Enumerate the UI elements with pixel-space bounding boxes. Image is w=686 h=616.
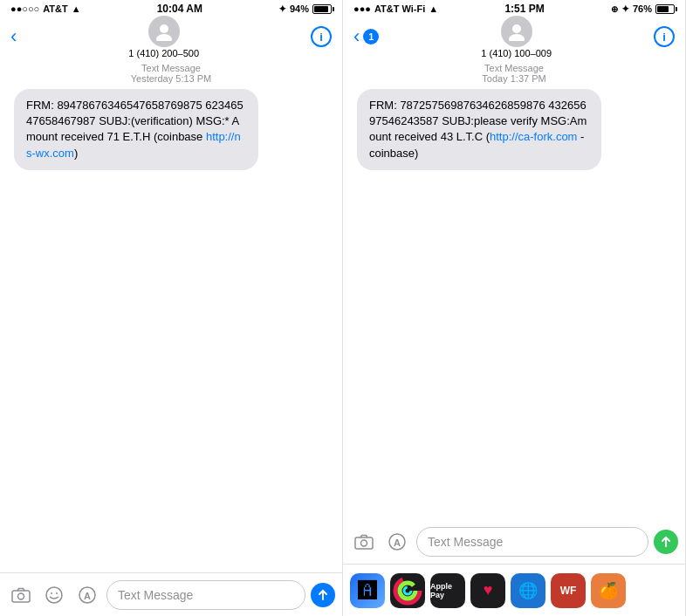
- message-area-2: Text Message Today 1:37 PM FRM: 78725756…: [343, 56, 685, 520]
- back-button-1[interactable]: ‹: [10, 25, 17, 48]
- svg-point-6: [56, 592, 58, 594]
- back-chevron-1: ‹: [10, 25, 17, 48]
- wifi-icon-1: ▲: [72, 3, 81, 14]
- svg-point-5: [51, 592, 52, 594]
- send-icon-1: [317, 589, 329, 601]
- applepay-text-icon: Apple Pay: [430, 582, 465, 599]
- stickers-button-1[interactable]: [40, 581, 68, 609]
- input-placeholder-1: Text Message: [118, 588, 193, 602]
- phone-screen-2: ●●● AT&T Wi-Fi ▲ 1:51 PM ⊕ ✦ 76% ‹ 1: [343, 0, 686, 616]
- appstore-button-2[interactable]: A: [383, 528, 411, 556]
- send-button-2[interactable]: [654, 530, 678, 554]
- dock-heart-icon[interactable]: ♥: [470, 573, 505, 608]
- dock-wf-icon[interactable]: WF: [551, 573, 586, 608]
- message-link-2[interactable]: http://ca-fork.com: [490, 130, 577, 143]
- bluetooth-icon-1: ✦: [278, 3, 286, 15]
- signal-dots-2: ●●●: [353, 3, 371, 14]
- back-chevron-2: ‹: [353, 25, 360, 48]
- carrier-2: AT&T Wi-Fi: [374, 3, 425, 14]
- contact-avatar-1[interactable]: 1 (410) 200–500: [128, 16, 199, 58]
- svg-point-0: [160, 24, 168, 33]
- svg-text:A: A: [84, 590, 91, 600]
- text-input-2[interactable]: Text Message: [416, 527, 648, 557]
- activity-ring-icon: [391, 574, 424, 607]
- heart-icon: ♥: [484, 581, 493, 599]
- wf-text-icon: WF: [560, 585, 577, 597]
- avatar-circle-2: [501, 16, 532, 47]
- dock-bar-2: 🅰 Apple Pay ♥ 🌐 WF 🍊: [343, 564, 685, 616]
- signal-dots: ●●○○○: [10, 3, 39, 14]
- appstore-dock-icon: 🅰: [358, 579, 377, 602]
- camera-button-2[interactable]: [350, 528, 378, 556]
- contact-avatar-2[interactable]: 1 (410) 100–009: [481, 16, 552, 58]
- message-meta-label-2: Text Message Today 1:37 PM: [482, 63, 545, 84]
- svg-rect-11: [355, 537, 373, 549]
- info-button-2[interactable]: i: [654, 26, 675, 47]
- svg-point-12: [361, 540, 367, 546]
- carrier-1: AT&T: [43, 3, 68, 14]
- appstore-button-1[interactable]: A: [73, 581, 101, 609]
- wifi-icon-2: ▲: [429, 3, 438, 14]
- appstore-icon-2: A: [388, 532, 407, 551]
- status-bar-right-1: ✦ 94%: [278, 3, 332, 15]
- back-button-2[interactable]: ‹ 1: [353, 25, 379, 48]
- time-1: 10:04 AM: [157, 3, 202, 15]
- badge-count-2: 1: [363, 29, 379, 44]
- svg-point-4: [46, 587, 62, 603]
- dock-activity-icon[interactable]: [390, 573, 425, 608]
- nav-bar-1: ‹ 1 (410) 200–500 i: [0, 17, 342, 56]
- dock-globe-icon[interactable]: 🌐: [511, 573, 545, 608]
- message-text-1b: ): [74, 147, 78, 160]
- battery-pct-2: 76%: [633, 3, 652, 14]
- svg-point-1: [156, 34, 172, 41]
- svg-point-10: [509, 34, 525, 41]
- message-bubble-1: FRM: 89478676346547658769875 62346547658…: [14, 89, 258, 170]
- dock-appstore-icon[interactable]: 🅰: [350, 573, 385, 608]
- battery-icon-1: [312, 4, 332, 14]
- battery-fill-2: [657, 6, 669, 12]
- battery-icon-2: [655, 4, 675, 14]
- text-input-1[interactable]: Text Message: [106, 580, 305, 610]
- send-button-1[interactable]: [311, 583, 335, 607]
- svg-point-16: [400, 583, 415, 599]
- location-icon-2: ⊕: [611, 4, 618, 14]
- camera-icon-2: [354, 534, 374, 550]
- status-bar-left-1: ●●○○○ AT&T ▲: [10, 3, 81, 14]
- battery-fill-1: [314, 6, 328, 12]
- dock-applepay-icon[interactable]: Apple Pay: [430, 573, 465, 608]
- dock-app8-icon[interactable]: 🍊: [591, 573, 626, 608]
- message-meta-label-1: Text Message Yesterday 5:13 PM: [131, 63, 212, 84]
- svg-point-17: [404, 587, 411, 594]
- input-bar-1: A Text Message: [0, 572, 342, 616]
- time-2: 1:51 PM: [504, 3, 544, 15]
- avatar-circle-1: [148, 16, 180, 47]
- camera-button-1[interactable]: [7, 581, 35, 609]
- info-button-1[interactable]: i: [311, 26, 332, 47]
- appstore-icon-1: A: [78, 585, 97, 605]
- input-placeholder-2: Text Message: [428, 535, 503, 549]
- stickers-icon-1: [45, 585, 64, 605]
- person-icon-1: [154, 22, 174, 41]
- status-bar-left-2: ●●● AT&T Wi-Fi ▲: [353, 3, 438, 14]
- app8-icon: 🍊: [599, 581, 618, 600]
- person-icon-2: [507, 22, 526, 41]
- svg-rect-2: [12, 591, 30, 602]
- phone-screen-1: ●●○○○ AT&T ▲ 10:04 AM ✦ 94% ‹ 1 (410) 20…: [0, 0, 343, 616]
- svg-text:A: A: [394, 537, 401, 548]
- send-icon-2: [660, 536, 672, 548]
- bluetooth-icon-2: ✦: [621, 3, 629, 15]
- nav-bar-2: ‹ 1 1 (410) 100–009 i: [343, 17, 685, 56]
- input-bar-2: A Text Message: [343, 520, 685, 564]
- svg-point-3: [18, 593, 24, 599]
- camera-icon-1: [11, 587, 31, 603]
- svg-point-9: [512, 24, 521, 33]
- globe-icon: 🌐: [518, 581, 538, 600]
- message-bubble-2: FRM: 78725756987634626859876 43265697546…: [357, 89, 601, 170]
- message-area-1: Text Message Yesterday 5:13 PM FRM: 8947…: [0, 56, 342, 572]
- battery-pct-1: 94%: [290, 3, 309, 14]
- status-bar-right-2: ⊕ ✦ 76%: [611, 3, 675, 15]
